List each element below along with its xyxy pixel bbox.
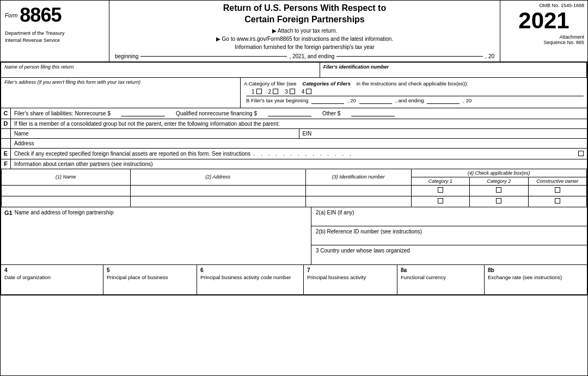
bottom-col4: 4 Date of organization [1,265,103,294]
row-f-text: Information about certain other partners… [11,160,587,168]
address-label: Filer's address (if you aren't filing th… [4,79,140,85]
cat-b-and: , and ending [395,97,424,103]
category-4[interactable]: 4 [302,89,312,95]
info-line: Information furnished for the foreign pa… [115,43,494,51]
main-title-line2: Certain Foreign Partnerships [115,14,494,26]
bottom-col7: 7 Principal business activity [304,265,397,294]
filer-id-label: Filer's identification number [323,64,389,70]
f-row2-cat1-checkbox[interactable] [438,198,443,204]
f-row1-const-checkbox[interactable] [555,187,560,193]
row-d-text: If filer is a member of a consolidated g… [11,120,587,128]
cat-header-a: A Category of filer (see [244,79,297,88]
row-e-checkbox[interactable] [578,151,584,156]
checkbox-cat4[interactable] [306,89,311,94]
f-col-name-header: (1) Name [2,169,131,186]
row-c-content: Filer's share of liabilities: Nonrecours… [11,109,587,118]
ending-comma: , 20 [485,53,494,59]
checkbox-cat1[interactable] [256,89,262,94]
f-sub-const: Constructive owner [528,177,587,185]
website-line: ▶ Go to www.irs.gov/Form8865 for instruc… [115,35,494,43]
row-e-content: Check if any excepted specified foreign … [11,150,587,158]
attach-label: ▶ Attach to your tax return. [115,27,494,35]
attachment-label: Attachment Sequence No. 865 [504,34,584,45]
checkbox-cat3[interactable] [290,89,295,94]
form-label: Form [5,13,17,19]
checkbox-cat2[interactable] [273,89,278,94]
row-d-name: Name [11,129,299,138]
category-1[interactable]: 1 [252,89,262,95]
g1-letter: G1 [4,209,13,216]
g1-2b-row: 2(b) Reference ID number (see instructio… [311,226,587,245]
f-sub-cat1: Category 1 [411,177,470,185]
category-3[interactable]: 3 [285,89,295,95]
category-2[interactable]: 2 [268,89,279,95]
cat-bold: Categories of Filers [302,79,351,88]
row-d-letter: D [1,119,11,128]
dept-line2: Internal Revenue Service [5,37,105,44]
table-row [2,185,587,196]
f-row1-cat1-checkbox[interactable] [438,187,443,193]
f-col-check-header: (4) Check applicable box(es) [411,169,587,177]
g1-3-row: 3 Country under whose laws organized [311,245,587,264]
f-col-id-header: (3) Identification number [306,169,412,186]
main-title-line1: Return of U.S. Persons With Respect to [115,3,494,14]
cat-rest: in the instructions and check applicable… [357,79,468,88]
dept-line1: Department of the Treasury [5,30,105,37]
table-row [2,196,587,207]
g1-label: Name and address of foreign partnership [15,209,114,215]
bottom-col6: 6 Principal business activity code numbe… [197,265,304,294]
beginning-comma: , 2021, and ending [289,53,334,59]
row-c-letter: C [1,108,11,119]
f-sub-cat2: Category 2 [470,177,529,185]
row-d-ein: EIN [299,129,587,138]
beginning-label: beginning [115,53,138,59]
f-row2-const-checkbox[interactable] [555,198,560,204]
cat-b-label: B Filer's tax year beginning [246,97,308,103]
bottom-col8a: 8a Functional currency [397,265,485,294]
f-row2-cat2-checkbox[interactable] [496,198,501,204]
row-f-letter: F [1,159,11,169]
tax-year: 2021 [504,9,584,32]
name-label: Name of person filing this return [4,64,74,70]
form-number: 8865 [20,4,61,27]
f-row1-cat2-checkbox[interactable] [496,187,501,193]
f-col-addr-header: (2) Address [130,169,306,186]
row-e-letter: E [1,149,11,159]
bottom-col5: 5 Principal place of business [103,265,197,294]
row-d-address: Address [11,139,587,148]
bottom-col8b: 8b Exchange rate (see instructions) [485,265,587,294]
g1-2a-row: 2(a) EIN (if any) [311,207,587,226]
